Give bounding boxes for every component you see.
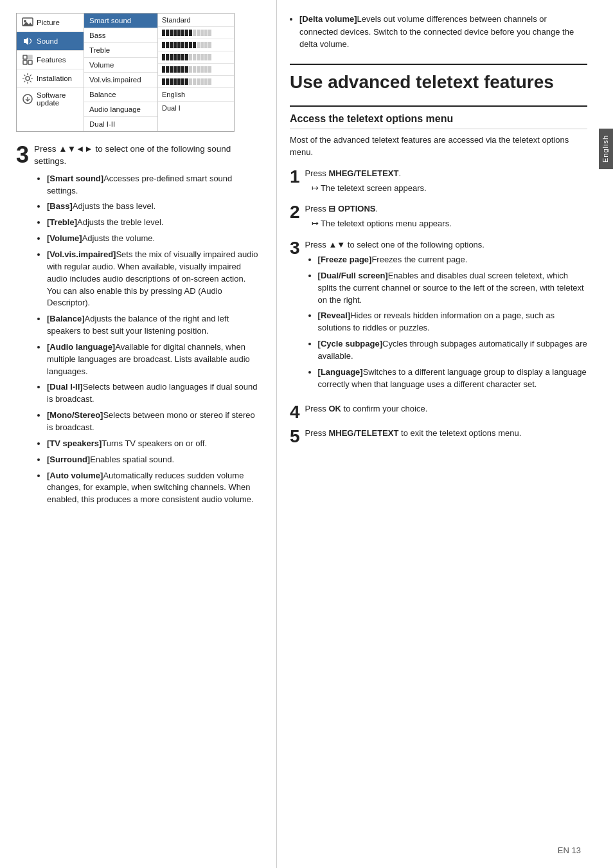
r-step-text: Press ⊟ OPTIONS. — [305, 203, 587, 215]
svg-point-1 — [24, 20, 26, 23]
list-item: [Cycle subpage]Cycles through subpages a… — [318, 338, 587, 363]
bullet-key: [Language] — [318, 367, 363, 377]
bullet-key: [Treble] — [47, 217, 77, 227]
delta-volume-bullet: [Delta volume]Levels out volume differen… — [299, 13, 587, 51]
main-heading: Use advanced teletext features — [290, 71, 587, 93]
installation-icon — [22, 73, 33, 84]
bar-segment — [193, 78, 196, 85]
r-step-2: 2Press ⊟ OPTIONS.The teletext options me… — [290, 203, 587, 233]
r-step-text: Press MHEG/TELETEXT to exit the teletext… — [305, 428, 587, 440]
menu-item-installation: Installation — [17, 69, 84, 88]
bar-segment — [208, 78, 211, 85]
svg-rect-3 — [23, 55, 27, 59]
r-step-3: 3Press ▲▼ to select one of the following… — [290, 239, 587, 397]
bar-segment — [173, 42, 177, 48]
list-item: [Dual/Full screen]Enables and disables d… — [318, 270, 587, 307]
bullet-key: [Bass] — [47, 201, 73, 211]
bar-segment — [170, 42, 173, 48]
bar-segment — [185, 42, 188, 48]
bar-segment — [181, 66, 184, 73]
menu-item-features: Features — [17, 51, 84, 69]
section-divider — [290, 64, 587, 65]
bar-segment — [189, 54, 192, 60]
bar-segment — [166, 30, 169, 36]
bar-segment — [173, 78, 177, 85]
bar-segment — [197, 42, 200, 48]
side-tab: English — [599, 129, 613, 169]
menu-bars-bass — [158, 27, 234, 39]
sound-icon — [22, 35, 33, 47]
sub-section-divider — [290, 105, 587, 107]
menu-bars-volvis — [158, 64, 234, 76]
r-step-5: 5Press MHEG/TELETEXT to exit the teletex… — [290, 428, 587, 446]
bar-segment — [162, 30, 165, 36]
software-update-icon — [22, 93, 33, 105]
bullet-key: [Auto volume] — [47, 471, 103, 480]
bullet-desc: Adjusts the bass level. — [73, 201, 155, 211]
menu-value-dual: Dual I — [158, 102, 234, 114]
bar-segment — [200, 30, 204, 36]
svg-rect-4 — [28, 55, 32, 59]
menu-sub-item-smart-sound: Smart sound — [84, 14, 157, 28]
menu-sub-item-volume: Volume — [84, 58, 157, 73]
menu-bars-treble — [158, 39, 234, 51]
r-step-bold: MHEG/TELETEXT — [328, 428, 398, 438]
bullet-key: [Audio language] — [47, 342, 115, 352]
bar-segment — [185, 78, 188, 85]
bar-segment — [162, 66, 165, 73]
r-step-num-4: 4 — [290, 403, 300, 421]
bar-segment — [204, 54, 208, 60]
bar-segment — [166, 42, 169, 48]
left-column: Picture Sound Features Installation — [0, 0, 276, 868]
top-bullet-list: [Delta volume]Levels out volume differen… — [290, 13, 587, 51]
menu-value-english: English — [158, 88, 234, 102]
right-column: [Delta volume]Levels out volume differen… — [276, 0, 613, 868]
bar-segment — [166, 78, 169, 85]
step-3: 3 Press ▲▼◄► to select one of the follow… — [16, 143, 260, 512]
bar-segment — [193, 66, 196, 73]
r-step-content-1: Press MHEG/TELETEXT.The teletext screen … — [305, 168, 587, 197]
bar-segment — [189, 30, 192, 36]
bar-segment — [177, 30, 181, 36]
bar-segment — [170, 30, 173, 36]
bar-segment — [181, 30, 184, 36]
menu-col-1: Picture Sound Features Installation — [17, 14, 84, 131]
r-step-content-2: Press ⊟ OPTIONS.The teletext options men… — [305, 203, 587, 233]
menu-sub-item-dual: Dual I-II — [84, 117, 157, 131]
bar-segment — [162, 78, 165, 85]
r-step-content-5: Press MHEG/TELETEXT to exit the teletext… — [305, 428, 587, 442]
bar-segment — [193, 30, 196, 36]
list-item: [Language]Switches to a different langua… — [318, 366, 587, 391]
bullet-desc: Freezes the current page. — [371, 255, 467, 264]
delta-volume-key: [Delta volume] — [299, 14, 357, 24]
r-step-content-3: Press ▲▼ to select one of the following … — [305, 239, 587, 397]
r-step-content-4: Press OK to confirm your choice. — [305, 403, 587, 418]
list-item: [Vol.vis.impaired]Sets the mix of visual… — [47, 249, 260, 309]
svg-rect-6 — [28, 60, 32, 64]
bar-segment — [177, 78, 181, 85]
menu-bars-balance — [158, 76, 234, 88]
list-item: [Auto volume]Automatically reduces sudde… — [47, 470, 260, 507]
bar-segment — [170, 66, 173, 73]
bar-segment — [181, 42, 184, 48]
menu-value-standard: Standard — [158, 14, 234, 27]
bar-segment — [189, 66, 192, 73]
bar-segment — [197, 78, 200, 85]
list-item: [Surround]Enables spatial sound. — [47, 454, 260, 466]
bar-segment — [204, 66, 208, 73]
menu-item-picture: Picture — [17, 14, 84, 32]
bar-segment — [197, 66, 200, 73]
bullet-key: [Reveal] — [318, 311, 351, 320]
bar-segment — [185, 66, 188, 73]
menu-item-sound: Sound — [17, 32, 84, 51]
list-item: [Mono/Stereo]Selects between mono or ste… — [47, 410, 260, 434]
bar-segment — [189, 42, 192, 48]
list-item: [Audio language]Available for digital ch… — [47, 341, 260, 378]
right-steps: 1Press MHEG/TELETEXT.The teletext screen… — [290, 168, 587, 446]
bar-segment — [200, 78, 204, 85]
bar-segment — [181, 54, 184, 60]
bullet-key: [Vol.vis.impaired] — [47, 249, 116, 259]
r-step-bullets: [Freeze page]Freezes the current page.[D… — [305, 254, 587, 390]
picture-icon — [22, 17, 33, 28]
bar-segment — [200, 66, 204, 73]
